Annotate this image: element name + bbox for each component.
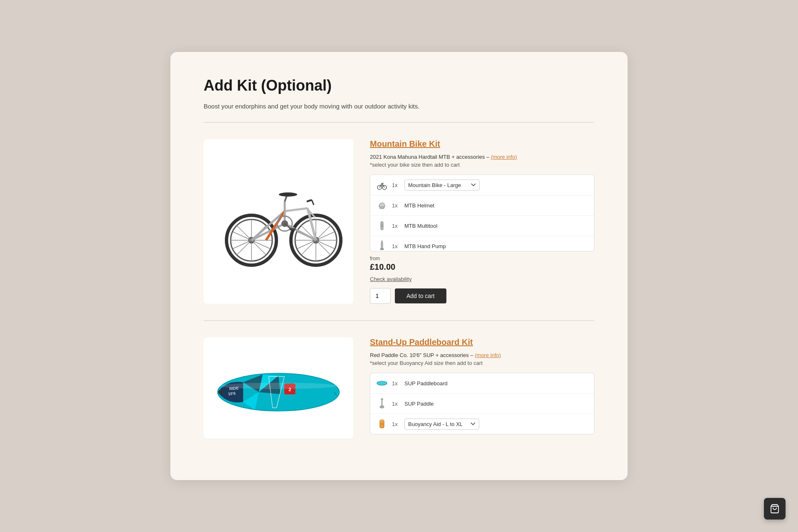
- paddleboard-description: Red Paddle Co. 10'6" SUP + accessories –…: [370, 352, 594, 358]
- helmet-qty: 1x: [392, 202, 400, 209]
- page-subtitle: Boost your endorphins and get your body …: [204, 103, 594, 110]
- sup-board-qty: 1x: [392, 380, 400, 387]
- add-to-cart-button[interactable]: Add to cart: [395, 288, 446, 303]
- paddleboard-image: 2 RIDE 10'6: [204, 337, 353, 438]
- buoyancy-icon: [376, 418, 388, 430]
- buoyancy-qty: 1x: [392, 421, 400, 427]
- multitool-qty: 1x: [392, 223, 400, 229]
- paddleboard-desc-text: Red Paddle Co. 10'6" SUP + accessories –: [370, 352, 473, 358]
- quantity-input[interactable]: [370, 288, 391, 304]
- sup-icon: [376, 377, 388, 389]
- multitool-row: 1x MTB Multitool: [370, 216, 594, 236]
- buoyancy-aid-row: 1x Buoyancy Aid - XS to S Buoyancy Aid -…: [370, 414, 594, 434]
- sup-paddle-row: 1x SUP Paddle: [370, 394, 594, 414]
- helmet-label: MTB Helmet: [404, 202, 588, 209]
- bike-size-select[interactable]: Mountain Bike - Small Mountain Bike - Me…: [404, 180, 480, 191]
- svg-rect-39: [381, 222, 383, 230]
- sup-board-row: 1x SUP Paddleboard: [370, 373, 594, 394]
- cart-icon-button[interactable]: [764, 498, 786, 520]
- mountain-bike-image: [204, 139, 353, 304]
- paddle-icon: [376, 398, 388, 409]
- mountain-bike-details: Mountain Bike Kit 2021 Kona Mahuna Hardt…: [370, 139, 594, 304]
- bike-icon: [376, 179, 388, 191]
- paddleboard-details: Stand-Up Paddleboard Kit Red Paddle Co. …: [370, 337, 594, 438]
- svg-point-30: [279, 192, 297, 197]
- mountain-bike-items-box: 1x Mountain Bike - Small Mountain Bike -…: [370, 175, 594, 251]
- mountain-bike-more-info[interactable]: (more info): [491, 154, 517, 160]
- pump-qty: 1x: [392, 243, 400, 249]
- section-divider: [204, 122, 594, 123]
- cart-icon: [770, 504, 780, 514]
- cart-row: Add to cart: [370, 288, 594, 304]
- sup-paddle-qty: 1x: [392, 401, 400, 407]
- mountain-bike-kit: Mountain Bike Kit 2021 Kona Mahuna Hardt…: [204, 139, 594, 321]
- sup-board-label: SUP Paddleboard: [404, 380, 588, 387]
- helmet-icon: [376, 200, 388, 211]
- paddleboard-kit: 2 RIDE 10'6 Stand-Up Paddleboard Kit: [204, 337, 594, 455]
- mountain-bike-description: 2021 Kona Mahuna Hardtail MTB + accessor…: [370, 154, 594, 160]
- mountain-bike-desc-text: 2021 Kona Mahuna Hardtail MTB + accessor…: [370, 154, 489, 160]
- main-card: Add Kit (Optional) Boost your endorphins…: [170, 52, 628, 480]
- paddleboard-note: *select your Buoyancy Aid size then add …: [370, 360, 594, 366]
- svg-point-37: [382, 185, 383, 186]
- multitool-label: MTB Multitool: [404, 223, 588, 229]
- paddleboard-title[interactable]: Stand-Up Paddleboard Kit: [370, 337, 594, 347]
- mountain-bike-title[interactable]: Mountain Bike Kit: [370, 139, 594, 149]
- paddleboard-items-box: 1x SUP Paddleboard 1x SUP Paddle: [370, 373, 594, 434]
- bike-qty: 1x: [392, 182, 400, 188]
- check-availability-link[interactable]: Check availability: [370, 276, 594, 282]
- multitool-icon: [376, 220, 388, 232]
- svg-rect-44: [380, 249, 384, 250]
- helmet-row: 1x MTB Helmet: [370, 195, 594, 216]
- svg-rect-43: [381, 242, 383, 249]
- pump-row: 1x MTB Hand Pump: [370, 236, 594, 251]
- svg-point-67: [380, 406, 384, 408]
- price-amount: £10.00: [370, 262, 594, 272]
- pump-icon: [376, 240, 388, 251]
- bike-illustration: [208, 176, 349, 267]
- svg-text:10'6: 10'6: [228, 391, 236, 396]
- mountain-bike-note: *select your bike size then add to cart: [370, 162, 594, 168]
- bike-select-row: 1x Mountain Bike - Small Mountain Bike -…: [370, 175, 594, 195]
- svg-rect-60: [219, 390, 223, 394]
- svg-rect-34: [290, 228, 296, 230]
- page-title: Add Kit (Optional): [204, 77, 594, 94]
- sup-paddle-label: SUP Paddle: [404, 401, 588, 407]
- svg-text:RIDE: RIDE: [229, 385, 239, 391]
- paddleboard-more-info[interactable]: (more info): [475, 352, 501, 358]
- buoyancy-size-select[interactable]: Buoyancy Aid - XS to S Buoyancy Aid - M …: [404, 419, 479, 430]
- price-from-label: from: [370, 256, 594, 261]
- pump-label: MTB Hand Pump: [404, 243, 588, 249]
- sup-illustration: 2 RIDE 10'6: [208, 351, 349, 426]
